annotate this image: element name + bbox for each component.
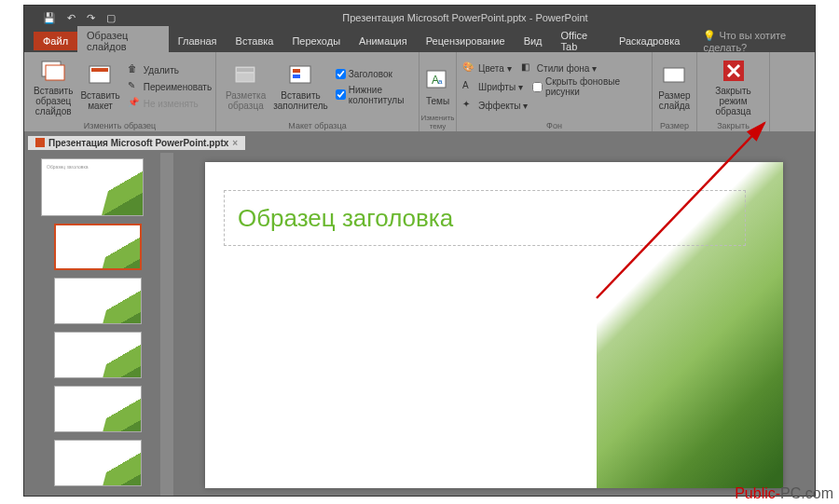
master-thumbnail[interactable]: Образец заголовка <box>41 158 144 216</box>
close-tab-icon[interactable]: × <box>232 138 238 148</box>
tab-review[interactable]: Рецензирование <box>417 32 515 50</box>
app-window: 💾 ↶ ↷ ▢ Презентация Microsoft PowerPoint… <box>23 5 816 497</box>
thumbnail-pane[interactable]: Образец заголовка <box>24 153 160 497</box>
group-label-theme: Изменить тему <box>420 114 456 130</box>
close-master-view-button[interactable]: Закрыть режим образца <box>703 55 763 118</box>
thumbnail-scrollbar[interactable] <box>160 153 173 497</box>
group-label-close: Закрыть <box>697 121 769 130</box>
tab-insert[interactable]: Вставка <box>227 32 283 50</box>
title-text: Образец заголовка <box>238 204 453 233</box>
redo-icon[interactable]: ↷ <box>87 12 95 24</box>
slide: Образец заголовка <box>205 162 783 488</box>
svg-rect-8 <box>293 69 300 73</box>
rename-icon: ✎ <box>128 80 141 93</box>
bg-styles-button[interactable]: ◧Стили фона ▾ <box>521 61 597 75</box>
colors-button[interactable]: 🎨Цвета ▾ <box>462 61 512 75</box>
layout-thumbnail-4[interactable] <box>54 386 142 432</box>
checkbox-title[interactable]: Заголовок <box>336 69 413 79</box>
svg-text:a: a <box>438 77 443 86</box>
master-layout-button[interactable]: Разметка образца <box>222 55 269 118</box>
quick-access-toolbar: 💾 ↶ ↷ ▢ <box>24 12 116 24</box>
slide-size-button[interactable]: Размер слайда <box>658 55 691 118</box>
fonts-icon: A <box>462 80 475 93</box>
svg-rect-6 <box>237 74 254 81</box>
ribbon: Вставить образец слайдов Вставить макет … <box>24 52 815 132</box>
title-placeholder[interactable]: Образец заголовка <box>224 190 746 246</box>
tab-storyboard[interactable]: Раскадровка <box>610 32 689 50</box>
group-edit-master: Вставить образец слайдов Вставить макет … <box>24 52 216 131</box>
layout-thumbnail-5[interactable] <box>54 440 142 486</box>
tab-home[interactable]: Главная <box>169 32 227 50</box>
colors-icon: 🎨 <box>462 61 475 75</box>
tab-view[interactable]: Вид <box>515 32 552 50</box>
group-master-layout: Разметка образца Вставить заполнитель За… <box>216 52 420 131</box>
preserve-icon: 📌 <box>128 97 141 110</box>
window-title: Презентация Microsoft PowerPoint.pptx - … <box>116 12 815 23</box>
start-slideshow-icon[interactable]: ▢ <box>106 12 116 24</box>
group-label-size: Размер <box>653 121 696 130</box>
pptx-icon <box>35 138 45 147</box>
bg-styles-icon: ◧ <box>521 61 534 75</box>
master-layout-icon <box>233 62 259 89</box>
svg-rect-3 <box>91 68 108 72</box>
tell-me[interactable]: 💡Что вы хотите сделать? <box>689 30 815 53</box>
group-label-bg: Фон <box>457 121 652 130</box>
placeholder-icon <box>288 62 314 89</box>
layout-icon <box>88 62 114 89</box>
insert-placeholder-button[interactable]: Вставить заполнитель <box>269 55 332 118</box>
group-label-edit: Изменить образец <box>24 121 215 130</box>
layout-thumbnail-1[interactable] <box>54 224 142 270</box>
group-label-layout: Макет образца <box>216 121 419 130</box>
themes-icon: Aa <box>425 68 451 94</box>
checkbox-footers[interactable]: Нижние колонтитулы <box>336 85 413 105</box>
slide-master-icon <box>40 58 66 84</box>
workspace: Образец заголовка Образец заголовка <box>24 153 815 497</box>
tab-file[interactable]: Файл <box>34 32 77 50</box>
effects-icon: ✦ <box>462 99 475 112</box>
group-background: 🎨Цвета ▾ ◧Стили фона ▾ AШрифты ▾ Скрыть … <box>457 52 653 131</box>
svg-rect-5 <box>237 68 254 72</box>
themes-button[interactable]: Aa Темы <box>425 55 450 118</box>
delete-button[interactable]: 🗑Удалить <box>128 63 212 76</box>
effects-button[interactable]: ✦Эффекты ▾ <box>462 99 646 112</box>
insert-slide-master-button[interactable]: Вставить образец слайдов <box>30 55 76 118</box>
delete-icon: 🗑 <box>128 63 141 76</box>
save-icon[interactable]: 💾 <box>43 12 56 24</box>
undo-icon[interactable]: ↶ <box>67 12 76 24</box>
svg-rect-9 <box>293 75 300 78</box>
layout-thumbnail-3[interactable] <box>54 332 142 378</box>
rename-button[interactable]: ✎Переименовать <box>128 80 212 93</box>
slide-canvas[interactable]: Образец заголовка <box>173 153 815 497</box>
ribbon-tabs: Файл Образец слайдов Главная Вставка Пер… <box>24 30 815 52</box>
checkbox-hide-bg[interactable]: Скрыть фоновые рисунки <box>532 76 646 97</box>
preserve-button[interactable]: 📌Не изменять <box>128 97 212 110</box>
watermark: Public-PC.com <box>735 485 833 502</box>
fonts-button[interactable]: AШрифты ▾ <box>462 76 523 97</box>
svg-rect-1 <box>46 65 64 80</box>
tab-transitions[interactable]: Переходы <box>282 32 350 50</box>
group-theme: Aa Темы Изменить тему <box>420 52 457 131</box>
layout-thumbnail-2[interactable] <box>54 278 142 324</box>
group-close: Закрыть режим образца Закрыть <box>697 52 770 131</box>
document-tab-bar: Презентация Microsoft PowerPoint.pptx × <box>24 132 815 153</box>
close-icon <box>721 58 747 84</box>
svg-rect-13 <box>664 68 684 82</box>
bulb-icon: 💡 <box>703 30 716 41</box>
insert-layout-button[interactable]: Вставить макет <box>76 55 123 118</box>
size-icon <box>662 62 688 89</box>
group-size: Размер слайда Размер <box>653 52 697 131</box>
document-tab[interactable]: Презентация Microsoft PowerPoint.pptx × <box>28 136 245 150</box>
tab-animation[interactable]: Анимация <box>350 32 417 50</box>
